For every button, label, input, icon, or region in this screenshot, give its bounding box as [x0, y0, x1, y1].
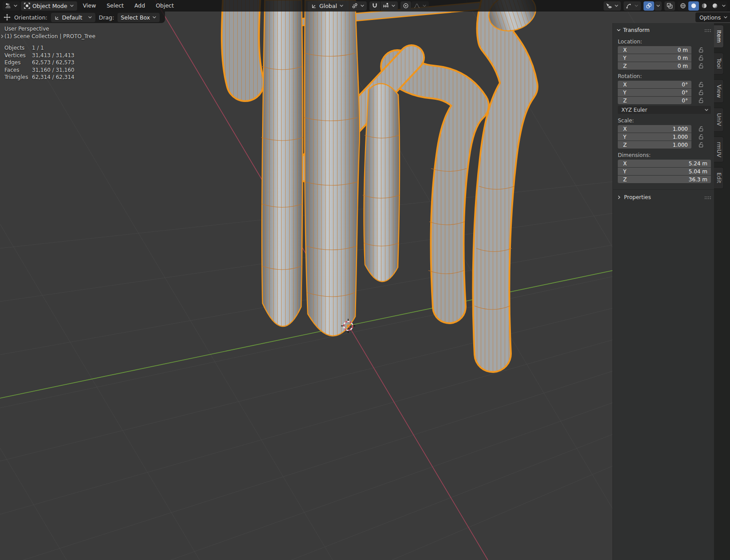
overlays-toggle[interactable] [644, 1, 654, 11]
tab-item[interactable]: Item [714, 25, 724, 48]
orientation-label: Orientation: [14, 14, 47, 21]
chevron-right-icon [617, 195, 621, 200]
chevron-down-icon [723, 15, 728, 20]
scale-z-field[interactable]: Z1.000 [618, 141, 691, 149]
menu-add[interactable]: Add [130, 0, 150, 12]
dimensions-label: Dimensions: [613, 149, 714, 160]
tab-univ[interactable]: UniV [714, 108, 724, 131]
wireframe-sphere-icon [680, 3, 686, 9]
dimensions-x-field[interactable]: X5.24 m [618, 160, 711, 167]
lock-open-icon[interactable] [698, 125, 704, 132]
branch-right-leg[interactable] [484, 0, 540, 354]
move-tool-icon [4, 14, 11, 21]
orientation-dropdown[interactable]: Default [51, 13, 95, 22]
shading-solid-button[interactable] [688, 1, 699, 11]
lock-open-icon[interactable] [698, 141, 704, 148]
properties-panel-header[interactable]: Properties [613, 189, 714, 202]
proportional-editing-toggle[interactable] [400, 1, 411, 11]
pivot-point-icon [352, 3, 358, 9]
snap-settings-dropdown[interactable] [381, 1, 398, 11]
overlays-dropdown[interactable] [655, 1, 662, 11]
trunk-center[interactable] [304, 0, 360, 336]
drag-dropdown[interactable]: Select Box [118, 13, 160, 22]
dimensions-z-field[interactable]: Z36.3 m [618, 176, 711, 183]
snap-toggle-button[interactable] [369, 1, 380, 11]
location-label: Location: [613, 35, 714, 46]
menu-view[interactable]: View [78, 0, 101, 12]
chevron-down-icon [656, 4, 660, 8]
drag-label: Drag: [99, 14, 114, 21]
solid-sphere-icon [691, 3, 697, 9]
view-perspective-label: User Perspective [4, 25, 95, 33]
transform-panel-header[interactable]: Transform [613, 23, 714, 35]
rotation-mode-dropdown[interactable]: XYZ Euler [618, 106, 711, 114]
chevron-down-icon [722, 4, 726, 8]
chevron-right-icon[interactable] [0, 34, 4, 39]
orientation-default-icon [54, 15, 60, 20]
editor-type-button[interactable] [3, 1, 20, 11]
trunk-short[interactable] [363, 84, 400, 282]
xray-toggle[interactable] [664, 1, 675, 11]
viewport-stats-overlay: User Perspective (1) Scene Collection | … [4, 25, 95, 81]
transform-orientation-dropdown[interactable]: Global [308, 1, 347, 11]
chevron-down-icon [360, 4, 365, 8]
rotation-z-field[interactable]: Z0° [618, 97, 691, 104]
properties-panel-title: Properties [624, 194, 651, 200]
trunk-left[interactable] [261, 0, 303, 326]
panel-grip-handle[interactable] [704, 196, 711, 199]
chevron-down-icon [614, 4, 619, 8]
rendered-sphere-icon [712, 3, 718, 9]
overlays-icon [646, 3, 652, 9]
lock-open-icon[interactable] [698, 133, 704, 140]
editor-3d-viewport-icon [5, 3, 11, 9]
shading-material-button[interactable] [699, 1, 710, 11]
chevron-down-icon [422, 4, 427, 8]
location-z-field[interactable]: Z0 m [618, 62, 691, 70]
rotation-label: Rotation: [613, 70, 714, 81]
rotation-x-field[interactable]: X0° [618, 81, 691, 88]
lock-open-icon[interactable] [698, 81, 704, 88]
scale-x-field[interactable]: X1.000 [618, 125, 691, 133]
lock-open-icon[interactable] [698, 97, 704, 104]
lock-open-icon[interactable] [698, 47, 704, 53]
tree-mesh-selected[interactable] [240, 0, 541, 354]
chevron-down-icon [616, 28, 621, 32]
proportional-editing-icon [403, 3, 409, 9]
falloff-curve-icon [414, 3, 420, 9]
tab-view[interactable]: View [714, 79, 724, 103]
shading-dropdown[interactable] [720, 1, 727, 11]
stat-vertices: Vertices31,413 / 31,413 [4, 52, 95, 59]
gizmos-dropdown[interactable] [624, 1, 641, 11]
chevron-down-icon [88, 15, 92, 20]
mode-label: Object Mode [32, 3, 67, 9]
pivot-point-dropdown[interactable] [349, 1, 367, 11]
location-x-field[interactable]: X0 m [618, 46, 691, 54]
shading-rendered-button[interactable] [710, 1, 720, 11]
object-visibility-dropdown[interactable] [604, 1, 621, 11]
menu-object[interactable]: Object [151, 0, 179, 12]
orientation-global-icon [311, 3, 317, 9]
lock-open-icon[interactable] [698, 63, 704, 69]
snap-increment-icon [383, 3, 389, 9]
stat-triangles: Triangles62,314 / 62,314 [4, 74, 95, 81]
panel-grip-handle[interactable] [704, 29, 711, 32]
options-dropdown[interactable]: Options [695, 12, 730, 22]
shading-wireframe-button[interactable] [678, 1, 688, 11]
branch-knob[interactable] [240, 0, 245, 82]
tab-edit[interactable]: Edit [714, 167, 724, 188]
chevron-down-icon [634, 4, 639, 8]
lock-open-icon[interactable] [698, 89, 704, 96]
dimensions-y-field[interactable]: Y5.04 m [618, 168, 711, 175]
scene-collection-label: (1) Scene Collection | PROTO_Tree [4, 33, 95, 39]
location-y-field[interactable]: Y0 m [618, 54, 691, 62]
lock-open-icon[interactable] [698, 55, 704, 61]
material-sphere-icon [701, 3, 707, 9]
tab-rmuv[interactable]: rmUV [714, 137, 724, 163]
rotation-y-field[interactable]: Y0° [618, 89, 691, 96]
menu-select[interactable]: Select [102, 0, 129, 12]
tab-tool[interactable]: Tool [714, 53, 724, 74]
branch-mid-leg[interactable] [397, 67, 472, 307]
scale-y-field[interactable]: Y1.000 [618, 133, 691, 141]
mode-dropdown[interactable]: Object Mode [21, 1, 77, 11]
rotation-mode-value: XYZ Euler [621, 107, 647, 113]
